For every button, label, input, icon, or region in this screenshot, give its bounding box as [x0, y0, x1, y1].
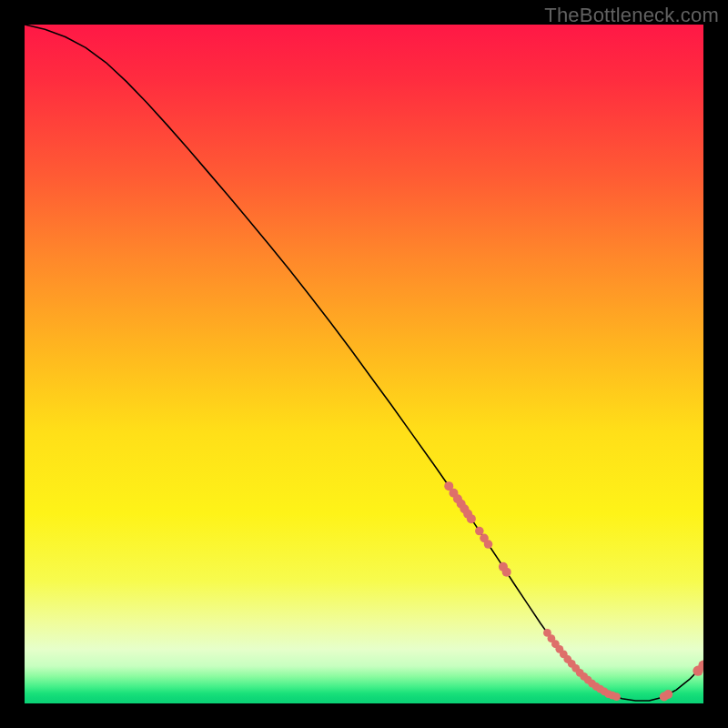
bottleneck-curve	[25, 25, 703, 701]
watermark-text: TheBottleneck.com	[544, 4, 719, 27]
curve-marker	[612, 693, 621, 701]
marker-group	[444, 481, 703, 701]
curve-overlay	[25, 25, 703, 703]
plot-area	[25, 25, 703, 703]
curve-marker	[467, 514, 476, 523]
curve-marker	[663, 690, 672, 699]
curve-marker	[502, 568, 511, 577]
curve-marker	[475, 527, 484, 536]
chart-frame: TheBottleneck.com	[0, 0, 728, 728]
curve-marker	[484, 540, 493, 549]
